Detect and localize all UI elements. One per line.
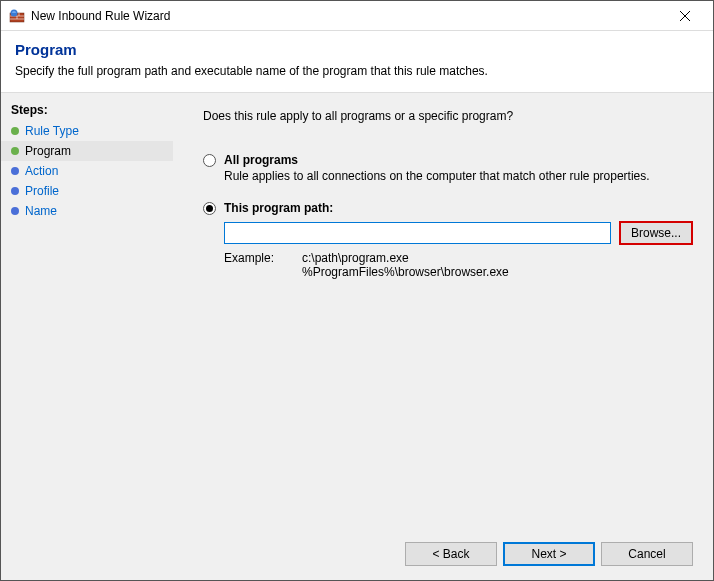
- titlebar: New Inbound Rule Wizard: [1, 1, 713, 31]
- main-question: Does this rule apply to all programs or …: [203, 109, 693, 123]
- option-all-programs: All programs Rule applies to all connect…: [203, 153, 693, 183]
- window-title: New Inbound Rule Wizard: [31, 9, 665, 23]
- bullet-icon: [11, 187, 19, 195]
- wizard-window: New Inbound Rule Wizard Program Specify …: [0, 0, 714, 581]
- step-program[interactable]: Program: [1, 141, 173, 161]
- bullet-icon: [11, 167, 19, 175]
- wizard-footer: < Back Next > Cancel: [203, 532, 693, 570]
- browse-button[interactable]: Browse...: [619, 221, 693, 245]
- cancel-button[interactable]: Cancel: [601, 542, 693, 566]
- page-description: Specify the full program path and execut…: [15, 64, 699, 78]
- option-program-path: This program path: Browse... Example: c:…: [203, 201, 693, 279]
- step-label: Name: [25, 204, 57, 218]
- step-action[interactable]: Action: [1, 161, 173, 181]
- page-title: Program: [15, 41, 699, 58]
- step-rule-type[interactable]: Rule Type: [1, 121, 173, 141]
- body-area: Steps: Rule Type Program Action Profile …: [1, 93, 713, 580]
- bullet-icon: [11, 207, 19, 215]
- firewall-icon: [9, 8, 25, 24]
- step-name[interactable]: Name: [1, 201, 173, 221]
- main-panel: Does this rule apply to all programs or …: [173, 93, 713, 580]
- example-text: c:\path\program.exe %ProgramFiles%\brows…: [302, 251, 509, 279]
- step-label: Rule Type: [25, 124, 79, 138]
- step-label: Profile: [25, 184, 59, 198]
- back-button[interactable]: < Back: [405, 542, 497, 566]
- next-button[interactable]: Next >: [503, 542, 595, 566]
- radio-all-label: All programs: [224, 153, 298, 167]
- steps-label: Steps:: [1, 101, 173, 121]
- radio-all-desc: Rule applies to all connections on the c…: [224, 169, 693, 183]
- bullet-icon: [11, 127, 19, 135]
- step-label: Program: [25, 144, 71, 158]
- program-path-input[interactable]: [224, 222, 611, 244]
- bullet-icon: [11, 147, 19, 155]
- steps-sidebar: Steps: Rule Type Program Action Profile …: [1, 93, 173, 580]
- header-section: Program Specify the full program path an…: [1, 31, 713, 93]
- radio-all-programs[interactable]: [203, 154, 216, 167]
- step-label: Action: [25, 164, 58, 178]
- close-button[interactable]: [665, 2, 705, 30]
- radio-program-path[interactable]: [203, 202, 216, 215]
- example-label: Example:: [224, 251, 302, 279]
- radio-path-label: This program path:: [224, 201, 333, 215]
- step-profile[interactable]: Profile: [1, 181, 173, 201]
